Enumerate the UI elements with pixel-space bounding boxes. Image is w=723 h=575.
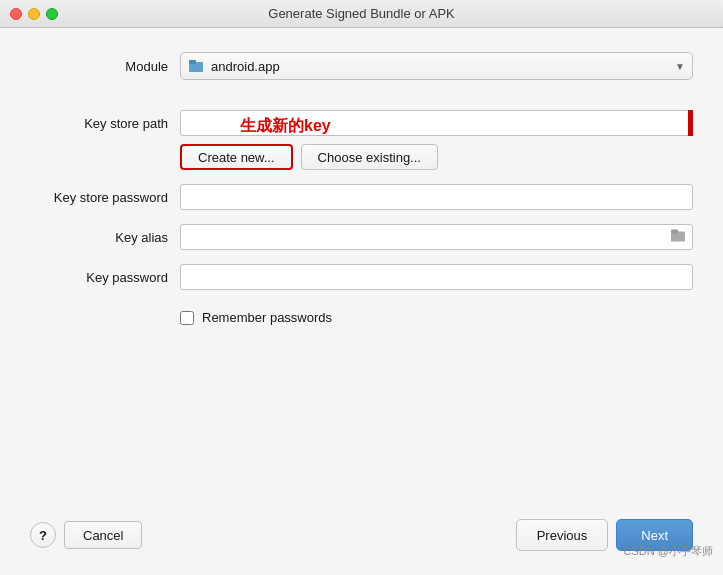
title-bar: Generate Signed Bundle or APK xyxy=(0,0,723,28)
key-password-label: Key password xyxy=(30,270,180,285)
remember-passwords-row: Remember passwords xyxy=(180,310,693,325)
remember-passwords-checkbox[interactable] xyxy=(180,311,194,325)
key-alias-label: Key alias xyxy=(30,230,180,245)
dialog-body: Module android.app ▼ Key store path 生成新的… xyxy=(0,28,723,575)
key-store-password-row: Key store password xyxy=(30,184,693,210)
bottom-bar: ? Cancel Previous Next xyxy=(30,499,693,551)
minimize-button[interactable] xyxy=(28,8,40,20)
close-button[interactable] xyxy=(10,8,22,20)
key-alias-input-wrapper xyxy=(180,224,693,250)
traffic-lights xyxy=(10,8,58,20)
annotation-text: 生成新的key xyxy=(240,116,331,137)
cancel-button[interactable]: Cancel xyxy=(64,521,142,549)
create-new-button[interactable]: Create new... xyxy=(180,144,293,170)
key-store-password-label: Key store password xyxy=(30,190,180,205)
choose-existing-button[interactable]: Choose existing... xyxy=(301,144,438,170)
key-password-input[interactable] xyxy=(180,264,693,290)
module-row: Module android.app ▼ xyxy=(30,52,693,80)
module-label: Module xyxy=(30,59,180,74)
key-alias-row: Key alias xyxy=(30,224,693,250)
module-select-display[interactable]: android.app ▼ xyxy=(180,52,693,80)
svg-rect-1 xyxy=(189,60,196,64)
red-accent-bar xyxy=(688,110,693,136)
key-store-path-row: Key store path xyxy=(30,110,693,136)
key-password-row: Key password xyxy=(30,264,693,290)
help-button[interactable]: ? xyxy=(30,522,56,548)
dropdown-arrow-icon: ▼ xyxy=(675,61,685,72)
watermark: CSDN @小手琴师 xyxy=(624,544,713,559)
key-store-path-label: Key store path xyxy=(30,116,180,131)
window-title: Generate Signed Bundle or APK xyxy=(268,6,454,21)
keystore-action-buttons-row: 生成新的key Create new... Choose existing... xyxy=(180,144,693,170)
key-alias-input[interactable] xyxy=(180,224,693,250)
module-folder-icon xyxy=(189,59,205,73)
remember-passwords-label[interactable]: Remember passwords xyxy=(202,310,332,325)
maximize-button[interactable] xyxy=(46,8,58,20)
previous-button[interactable]: Previous xyxy=(516,519,609,551)
module-value: android.app xyxy=(211,59,664,74)
key-store-password-input[interactable] xyxy=(180,184,693,210)
module-select-wrapper[interactable]: android.app ▼ xyxy=(180,52,693,80)
bottom-left: ? Cancel xyxy=(30,521,142,549)
